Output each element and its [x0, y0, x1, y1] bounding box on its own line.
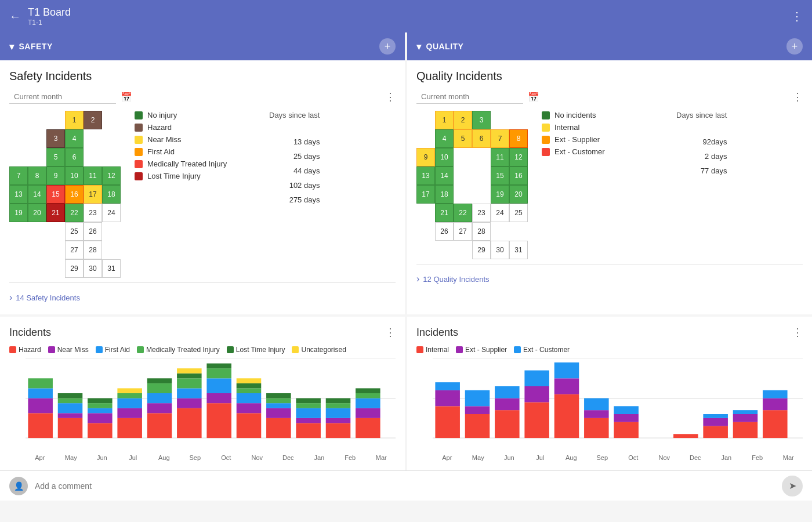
cal-cell[interactable]: 26: [435, 222, 454, 241]
cal-cell[interactable]: 14: [435, 166, 454, 185]
quality-legend: No incidentsInternalExt - SupplierExt - …: [542, 111, 658, 181]
cal-cell[interactable]: 20: [28, 204, 46, 222]
quality-incidents-link[interactable]: › 12 Quality Incidents: [416, 271, 803, 287]
cal-cell[interactable]: 13: [9, 185, 28, 204]
cal-cell[interactable]: 6: [472, 129, 491, 148]
cal-cell[interactable]: 19: [491, 185, 509, 204]
svg-rect-24: [117, 388, 142, 393]
back-button[interactable]: ←: [9, 10, 21, 23]
quality-x-labels: AprMayJunJulAugSepOctNovDecJanFebMar: [433, 454, 803, 461]
cal-cell[interactable]: 25: [509, 204, 528, 222]
cal-cell[interactable]: 7: [491, 129, 509, 148]
cal-cell[interactable]: 4: [65, 129, 84, 148]
cal-cell[interactable]: 9: [416, 148, 435, 166]
cal-cell[interactable]: 23: [84, 204, 102, 222]
quality-calendar-icon[interactable]: 📅: [528, 92, 539, 103]
safety-x-labels: AprMayJunJulAugSepOctNovDecJanFebMar: [26, 454, 396, 461]
safety-divider: [9, 282, 396, 283]
safety-incidents-count: 14 Safety Incidents: [16, 293, 80, 302]
cal-cell[interactable]: 26: [84, 222, 102, 241]
x-label: Mar: [774, 454, 803, 461]
cal-cell[interactable]: 2: [84, 111, 102, 129]
quality-days-since: Days since last 92days2 days77 days: [676, 111, 727, 181]
cal-cell[interactable]: 31: [509, 241, 528, 259]
cal-cell[interactable]: 21: [46, 204, 65, 222]
safety-calendar-icon[interactable]: 📅: [121, 92, 132, 103]
cal-cell[interactable]: 22: [65, 204, 84, 222]
send-button[interactable]: ➤: [782, 476, 803, 496]
cal-cell[interactable]: 6: [65, 148, 84, 166]
cal-cell[interactable]: 17: [416, 185, 435, 204]
cal-cell[interactable]: 9: [46, 166, 65, 185]
cal-cell[interactable]: 31: [102, 259, 121, 278]
top-more-button[interactable]: ⋮: [791, 9, 803, 23]
cal-cell[interactable]: 10: [65, 166, 84, 185]
cal-cell[interactable]: 1: [65, 111, 84, 129]
cal-cell[interactable]: 15: [491, 166, 509, 185]
cal-cell[interactable]: 24: [102, 204, 121, 222]
cal-cell[interactable]: 16: [65, 185, 84, 204]
cal-cell[interactable]: 18: [102, 185, 121, 204]
cal-cell[interactable]: 7: [9, 166, 28, 185]
cal-cell[interactable]: 28: [84, 241, 102, 259]
cal-cell[interactable]: 3: [46, 129, 65, 148]
safety-incidents-link[interactable]: › 14 Safety Incidents: [9, 290, 396, 305]
cal-cell[interactable]: 8: [509, 129, 528, 148]
sections-row: ▾ SAFETY + Safety Incidents 📅 ⋮ 12345678…: [0, 32, 812, 314]
cal-cell[interactable]: 2: [454, 111, 472, 129]
cal-cell[interactable]: 25: [65, 222, 84, 241]
quality-add-button[interactable]: +: [786, 38, 803, 55]
cal-cell: [28, 111, 46, 129]
svg-rect-53: [296, 418, 321, 423]
quality-date-filter[interactable]: [416, 90, 523, 104]
safety-chevron-icon[interactable]: ▾: [9, 41, 14, 52]
cal-cell[interactable]: 19: [9, 204, 28, 222]
cal-cell[interactable]: 20: [509, 185, 528, 204]
cal-cell[interactable]: 12: [509, 148, 528, 166]
safety-legend-days: No injuryHazardNear MissFirst AidMedical…: [135, 111, 320, 210]
chart-legend-label: Hazard: [19, 346, 41, 354]
cal-cell[interactable]: 27: [65, 241, 84, 259]
cal-cell[interactable]: 10: [435, 148, 454, 166]
legend-label: Lost Time Injury: [147, 172, 201, 180]
legend-label: Near Miss: [147, 135, 182, 144]
cal-cell[interactable]: 1: [435, 111, 454, 129]
safety-date-filter[interactable]: [9, 90, 116, 104]
cal-cell[interactable]: 8: [28, 166, 46, 185]
cal-cell[interactable]: 24: [491, 204, 509, 222]
cal-cell[interactable]: 30: [84, 259, 102, 278]
cal-cell[interactable]: 29: [472, 241, 491, 259]
cal-cell[interactable]: 28: [472, 222, 491, 241]
cal-cell[interactable]: 30: [491, 241, 509, 259]
quality-chart-more-icon[interactable]: ⋮: [792, 326, 803, 339]
cal-cell[interactable]: 5: [46, 148, 65, 166]
legend-label: Medically Treated Injury: [147, 160, 227, 168]
cal-cell[interactable]: 4: [435, 129, 454, 148]
quality-chevron-icon[interactable]: ▾: [416, 41, 422, 52]
cal-cell[interactable]: 16: [509, 166, 528, 185]
svg-rect-39: [206, 368, 231, 378]
chart-legend-label: Ext - Supplier: [465, 346, 507, 354]
cal-cell[interactable]: 3: [472, 111, 491, 129]
cal-cell[interactable]: 29: [65, 259, 84, 278]
cal-cell[interactable]: 27: [454, 222, 472, 241]
cal-cell[interactable]: 11: [491, 148, 509, 166]
cal-cell[interactable]: 23: [472, 204, 491, 222]
svg-rect-47: [266, 418, 291, 438]
cal-cell[interactable]: 17: [84, 185, 102, 204]
quality-more-icon[interactable]: ⋮: [792, 90, 803, 103]
cal-cell[interactable]: 13: [416, 166, 435, 185]
safety-more-icon[interactable]: ⋮: [385, 90, 396, 103]
cal-cell[interactable]: 22: [454, 204, 472, 222]
cal-cell[interactable]: 18: [435, 185, 454, 204]
cal-cell[interactable]: 12: [102, 166, 121, 185]
safety-chart-more-icon[interactable]: ⋮: [385, 326, 396, 339]
safety-add-button[interactable]: +: [379, 38, 396, 55]
cal-cell[interactable]: 5: [454, 129, 472, 148]
comment-input[interactable]: [35, 481, 775, 491]
cal-cell[interactable]: 15: [46, 185, 65, 204]
cal-cell[interactable]: 11: [84, 166, 102, 185]
cal-cell[interactable]: 21: [435, 204, 454, 222]
svg-rect-86: [554, 378, 579, 394]
cal-cell[interactable]: 14: [28, 185, 46, 204]
